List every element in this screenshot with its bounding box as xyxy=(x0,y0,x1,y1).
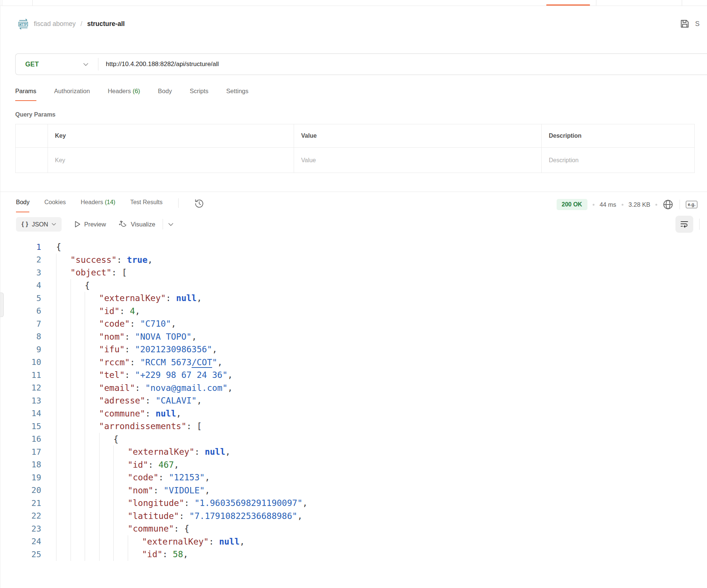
indent-guide xyxy=(99,510,114,523)
indent-guide xyxy=(71,292,85,305)
indent-guide xyxy=(113,445,128,458)
indent-guide xyxy=(85,497,99,510)
preview-button[interactable]: Preview xyxy=(74,220,106,228)
play-icon xyxy=(74,220,81,228)
response-format-selector[interactable]: { } JSON xyxy=(16,217,62,232)
method-label: GET xyxy=(25,61,39,68)
tab-params[interactable]: Params xyxy=(15,88,36,101)
code-token: , xyxy=(205,473,210,482)
indent-guide xyxy=(99,548,114,561)
pane-resize-handle[interactable] xyxy=(0,293,4,317)
tab-authorization[interactable]: Authorization xyxy=(54,88,90,101)
code-token: "code" xyxy=(128,473,159,482)
indent-guide xyxy=(56,279,71,292)
tab-settings[interactable]: Settings xyxy=(226,88,248,101)
code-token: "email" xyxy=(99,383,135,393)
method-selector[interactable]: GET xyxy=(16,54,98,75)
line-number: 6 xyxy=(15,306,41,316)
indent-guide xyxy=(71,445,85,458)
tab-headers[interactable]: Headers (6) xyxy=(108,88,140,101)
wrap-text-button[interactable] xyxy=(675,216,693,233)
indent-guide xyxy=(56,330,71,343)
line-number: 25 xyxy=(15,550,41,559)
active-tab-indicator xyxy=(546,4,590,6)
indent-guide xyxy=(56,407,71,420)
response-tabs-divider xyxy=(178,198,179,208)
indent-guide xyxy=(56,420,71,433)
indent-guide xyxy=(71,343,85,356)
code-token: "success" xyxy=(71,255,117,265)
save-button[interactable] xyxy=(680,19,690,29)
code-token: "id" xyxy=(99,306,120,316)
line-number: 16 xyxy=(15,434,41,444)
breadcrumb-collection[interactable]: fiscad abomey xyxy=(34,20,76,28)
code-token: , xyxy=(174,460,179,470)
params-key-header: Key xyxy=(48,124,294,147)
tab-scripts[interactable]: Scripts xyxy=(190,88,208,101)
code-token: : xyxy=(125,370,135,380)
status-badge[interactable]: 200 OK xyxy=(557,199,587,210)
indent-guide xyxy=(56,510,71,523)
indent-guide xyxy=(71,510,85,523)
request-pane: HTTP fiscad abomey / structure-all S GET xyxy=(0,0,707,588)
code-token: "nom" xyxy=(99,332,125,342)
indent-guide xyxy=(71,471,85,484)
code-token: "2021230986356" xyxy=(135,344,212,354)
code-token: "1.96035698291190097" xyxy=(195,498,303,508)
indent-guide xyxy=(71,420,85,433)
code-token: null xyxy=(156,409,176,418)
indent-guide xyxy=(56,369,71,382)
format-label: JSON xyxy=(32,221,48,228)
indent-guide xyxy=(71,535,85,548)
meta-dot xyxy=(622,204,623,206)
code-token: : [ xyxy=(111,268,127,277)
indent-guide xyxy=(71,407,85,420)
code-line: 17"externalKey": null, xyxy=(15,445,707,458)
indent-guide xyxy=(113,497,128,510)
code-token: : xyxy=(209,537,219,546)
indent-guide xyxy=(85,292,99,305)
indent-guide xyxy=(85,420,99,433)
indent-guide xyxy=(113,548,128,561)
code-token: : xyxy=(145,409,156,418)
indent-guide xyxy=(56,484,71,497)
response-tabs: Body Cookies Headers (14) Test Results xyxy=(16,198,204,213)
response-tab-test-results[interactable]: Test Results xyxy=(130,199,163,212)
code-token: , xyxy=(217,357,222,367)
code-token: 58 xyxy=(173,549,183,559)
response-tab-headers[interactable]: Headers (14) xyxy=(81,199,115,212)
indent-guide xyxy=(56,458,71,471)
code-link[interactable]: /COT xyxy=(192,357,212,367)
indent-guide xyxy=(56,382,71,395)
visualize-button[interactable]: Visualize xyxy=(118,220,155,229)
network-globe-icon[interactable] xyxy=(662,199,674,210)
param-key-input[interactable] xyxy=(55,157,282,164)
response-body-code: 1{2"success": true,3"object": [4{5"exter… xyxy=(0,241,707,561)
breadcrumb-separator: / xyxy=(79,20,84,28)
params-value-header: Value xyxy=(294,124,542,147)
request-tabbar-strip xyxy=(0,0,707,6)
response-tab-cookies[interactable]: Cookies xyxy=(44,199,66,212)
code-line: 13"adresse": "CALAVI", xyxy=(15,394,707,407)
save-label-partial[interactable]: S xyxy=(695,20,700,28)
line-number: 7 xyxy=(15,319,41,329)
line-number: 11 xyxy=(15,370,41,380)
indent-guide xyxy=(85,330,99,343)
line-number: 19 xyxy=(15,473,41,482)
response-view-more-chevron[interactable] xyxy=(168,223,173,226)
response-tab-body[interactable]: Body xyxy=(16,199,29,212)
indent-guide xyxy=(56,535,71,548)
save-as-example-button[interactable]: e.g. xyxy=(686,201,697,208)
line-number: 13 xyxy=(15,396,41,405)
tab-body[interactable]: Body xyxy=(158,88,172,101)
url-input[interactable] xyxy=(98,61,707,68)
response-history-icon[interactable] xyxy=(194,199,204,209)
breadcrumb-request-name[interactable]: structure-all xyxy=(87,20,125,28)
meta-dot xyxy=(655,204,657,206)
code-line: 8"nom": "NOVA TOPO", xyxy=(15,330,707,343)
param-value-input[interactable] xyxy=(301,157,530,164)
code-token: : xyxy=(179,511,189,521)
param-description-input[interactable] xyxy=(549,157,687,164)
code-token: , xyxy=(197,293,202,303)
line-number: 24 xyxy=(15,537,41,546)
